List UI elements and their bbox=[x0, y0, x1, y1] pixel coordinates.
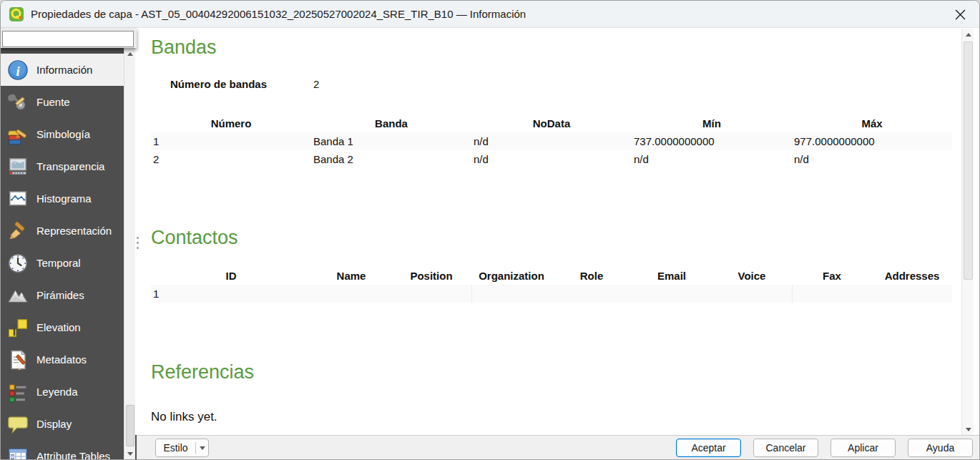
arrow-down-icon bbox=[966, 428, 971, 431]
column-header: Mín bbox=[632, 115, 792, 132]
band-count-label: Número de bandas bbox=[170, 78, 267, 90]
references-heading: Referencias bbox=[151, 361, 254, 383]
sidebar-item-metadatos[interactable]: Metadatos bbox=[1, 343, 124, 376]
arrow-up-icon bbox=[127, 52, 133, 56]
column-header: Fax bbox=[792, 268, 872, 285]
style-menu-button[interactable]: Estilo bbox=[155, 439, 209, 457]
table-cell bbox=[632, 285, 712, 303]
search-box[interactable] bbox=[2, 31, 134, 47]
dialog-buttons: Aceptar Cancelar Aplicar Ayuda bbox=[676, 439, 973, 457]
sidebar-item-display[interactable]: Display bbox=[1, 408, 124, 440]
search-input[interactable] bbox=[8, 33, 134, 46]
sidebar-item-fuente[interactable]: Fuente bbox=[1, 86, 124, 118]
contacts-table: ID Name Position Organization Role Email… bbox=[151, 268, 952, 303]
close-button[interactable] bbox=[946, 3, 974, 26]
sidebar-item-label: Representación bbox=[36, 225, 112, 237]
content-scroll-up-button[interactable] bbox=[962, 29, 974, 40]
elevation-icon bbox=[6, 315, 30, 340]
table-cell: 2 bbox=[151, 150, 311, 168]
information-panel: Bandas Número de bandas 2 Número Banda N… bbox=[141, 28, 961, 435]
contacts-heading: Contactos bbox=[151, 227, 238, 249]
table-cell: n/d bbox=[632, 150, 792, 168]
sidebar-item-transparencia[interactable]: Transparencia bbox=[1, 150, 124, 182]
table-cell bbox=[872, 285, 952, 303]
chevron-down-icon bbox=[196, 446, 208, 450]
sidebar-scroll-up-button[interactable] bbox=[124, 48, 136, 59]
column-header: Email bbox=[632, 268, 712, 285]
splitter-handle-icon bbox=[137, 237, 139, 249]
column-header: Máx bbox=[792, 115, 952, 132]
table-cell bbox=[471, 285, 552, 303]
titlebar: Propiedades de capa - AST_05_00404292006… bbox=[1, 1, 979, 28]
sidebar-item-label: Display bbox=[36, 418, 72, 430]
arrow-up-icon bbox=[966, 33, 971, 36]
table-cell: 1 bbox=[151, 132, 311, 150]
sidebar-item-label: Histograma bbox=[36, 192, 92, 205]
table-cell: 737.0000000000 bbox=[632, 132, 792, 150]
svg-text:i: i bbox=[16, 63, 20, 78]
sidebar-scrollbar[interactable] bbox=[124, 48, 135, 459]
column-header: Position bbox=[391, 268, 471, 285]
close-icon bbox=[955, 9, 966, 20]
table-cell: Banda 1 bbox=[311, 132, 471, 150]
table-cell: n/d bbox=[792, 150, 952, 168]
sidebar-scrollbar-thumb[interactable] bbox=[126, 405, 134, 446]
sidebar-item-label: Simbología bbox=[36, 128, 90, 140]
qgis-logo-icon bbox=[9, 6, 24, 22]
sidebar-item-leyenda[interactable]: Leyenda bbox=[1, 376, 124, 408]
sidebar-item-label: Attribute Tables bbox=[36, 450, 110, 459]
sidebar-item-elevation[interactable]: Elevation bbox=[1, 311, 124, 343]
sidebar-item-label: Elevation bbox=[36, 321, 81, 333]
column-header: Addresses bbox=[872, 268, 952, 285]
content-scrollbar-thumb[interactable] bbox=[964, 41, 973, 280]
column-header: NoData bbox=[471, 115, 632, 132]
column-header: ID bbox=[151, 268, 311, 285]
column-header: Voice bbox=[712, 268, 792, 285]
sidebar-item-simbologia[interactable]: Simbología bbox=[1, 118, 124, 150]
sidebar-search-strip bbox=[1, 28, 137, 48]
panel-splitter[interactable] bbox=[135, 28, 141, 435]
content-scrollbar[interactable] bbox=[961, 29, 974, 435]
bands-table-header-row: Número Banda NoData Mín Máx bbox=[151, 115, 952, 132]
cancel-button[interactable]: Cancelar bbox=[753, 439, 818, 457]
window-title: Propiedades de capa - AST_05_00404292006… bbox=[31, 8, 526, 20]
sidebar-item-representacion[interactable]: Representación bbox=[1, 215, 124, 247]
table-cell bbox=[391, 285, 471, 303]
sidebar-item-histograma[interactable]: Histograma bbox=[1, 182, 124, 215]
band-count-value: 2 bbox=[313, 78, 319, 90]
rendering-icon bbox=[6, 219, 30, 243]
table-cell: n/d bbox=[471, 132, 632, 150]
sidebar-item-label: Temporal bbox=[36, 257, 81, 269]
contacts-table-header-row: ID Name Position Organization Role Email… bbox=[151, 268, 952, 285]
column-header: Name bbox=[311, 268, 391, 285]
display-icon bbox=[6, 412, 30, 436]
table-cell: 977.0000000000 bbox=[792, 132, 952, 150]
transparency-icon bbox=[6, 155, 30, 179]
table-cell: n/d bbox=[471, 150, 632, 168]
sidebar-item-label: Fuente bbox=[36, 96, 70, 108]
apply-button[interactable]: Aplicar bbox=[830, 439, 896, 457]
column-header: Número bbox=[151, 115, 311, 132]
help-button[interactable]: Ayuda bbox=[908, 439, 973, 457]
metadata-icon bbox=[6, 348, 30, 372]
column-header: Banda bbox=[311, 115, 471, 132]
references-empty-text: No links yet. bbox=[151, 410, 217, 424]
info-icon: i bbox=[6, 58, 30, 82]
accept-button[interactable]: Aceptar bbox=[676, 439, 741, 457]
table-cell: Banda 2 bbox=[311, 150, 471, 168]
sidebar-item-attribute-tables[interactable]: Attribute Tables bbox=[1, 440, 124, 459]
pyramids-icon bbox=[6, 283, 30, 308]
content-scroll-down-button[interactable] bbox=[962, 424, 974, 435]
sidebar-item-informacion[interactable]: i Información bbox=[1, 54, 124, 86]
table-row: 1 bbox=[151, 285, 952, 303]
table-cell bbox=[311, 285, 391, 303]
sidebar-item-label: Metadatos bbox=[36, 353, 87, 366]
table-cell bbox=[552, 285, 632, 303]
bands-heading: Bandas bbox=[151, 36, 217, 59]
style-button-label: Estilo bbox=[156, 442, 195, 454]
footer-bar: Estilo Aceptar Cancelar Aplicar Ayuda bbox=[137, 435, 979, 459]
sidebar-scroll-down-button[interactable] bbox=[124, 448, 136, 459]
sidebar-item-piramides[interactable]: Pirámides bbox=[1, 279, 124, 311]
sidebar-item-temporal[interactable]: Temporal bbox=[1, 247, 124, 279]
sidebar-item-label: Información bbox=[36, 64, 92, 76]
